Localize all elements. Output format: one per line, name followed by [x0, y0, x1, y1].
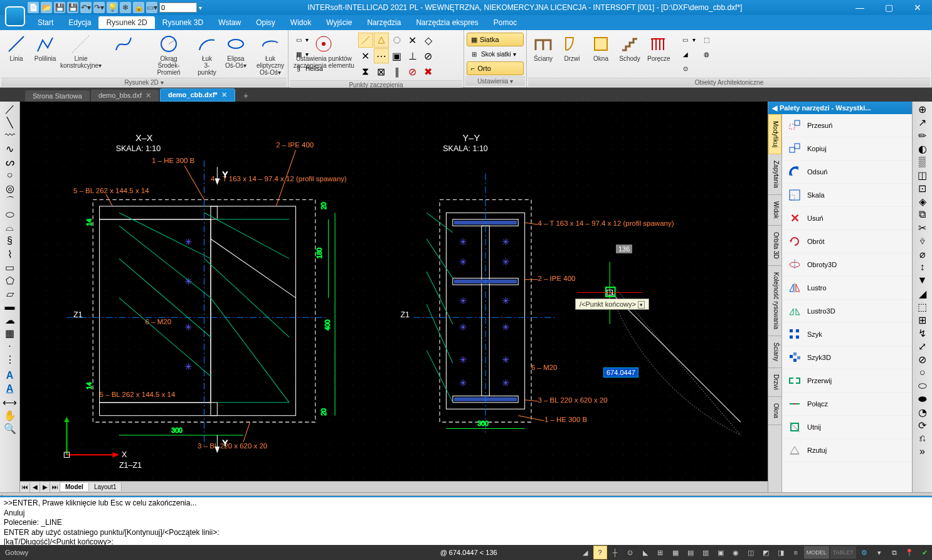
layout-last-button[interactable]: ⏭ — [50, 482, 60, 492]
ltool-hatch-icon[interactable]: ▦ — [2, 327, 18, 339]
layout-first-button[interactable]: ⏮ — [20, 482, 30, 492]
rtool-chevron[interactable]: » — [914, 445, 931, 458]
ribbon-okna-button[interactable]: Okna — [587, 33, 615, 77]
menu-edycja[interactable]: Edycja — [61, 16, 98, 29]
ltool-earc-icon[interactable]: ⌓ — [2, 221, 18, 234]
menu-narzedzia-ekspres[interactable]: Narzędzia ekspres — [408, 16, 485, 29]
ltool-poly-icon[interactable]: ⬠ — [2, 274, 18, 287]
rtool-5[interactable]: ▒ — [914, 156, 931, 168]
snap-par-button[interactable]: ∥ — [389, 64, 405, 79]
ltool-circle-icon[interactable]: ○ — [2, 169, 18, 181]
rtool-21[interactable]: ○ — [914, 366, 931, 379]
rtool-12[interactable]: ⌀ — [914, 248, 931, 260]
rtool-26[interactable]: ⎌ — [914, 432, 931, 445]
snap-app-button[interactable]: ⊠ — [374, 64, 389, 79]
snap-ext-button[interactable]: ⋯ — [374, 48, 389, 63]
status-osnap-btn[interactable]: ◣ — [638, 546, 652, 559]
tool-polacz[interactable]: Połącz — [782, 393, 912, 416]
qat-open-icon[interactable]: 📂 — [41, 2, 52, 13]
qat-undo-icon[interactable]: ↶▾ — [80, 2, 92, 13]
snap-mid-button[interactable] — [374, 33, 389, 48]
menu-widok[interactable]: Widok — [283, 16, 319, 29]
rtool-18[interactable]: ↯ — [914, 327, 931, 339]
vtab-zapytania[interactable]: Zapytania — [768, 154, 781, 195]
ltool-point-icon[interactable]: · — [2, 340, 18, 352]
vtab-kolejnosc[interactable]: Kolejność rysowania — [768, 266, 781, 336]
vtab-orbita[interactable]: Orbita 3D — [768, 226, 781, 266]
status-grid-btn[interactable]: ? — [593, 546, 607, 559]
app-icon[interactable] — [5, 6, 25, 26]
layout-prev-button[interactable]: ◀ — [30, 482, 40, 492]
menu-wyjscie[interactable]: Wyjście — [319, 16, 359, 29]
ltool-mtext-icon[interactable]: A — [2, 383, 18, 395]
ltool-pline-icon[interactable]: 〰 — [2, 129, 18, 142]
status-snap-btn[interactable]: ◢ — [578, 546, 592, 559]
ribbon-drzwi-button[interactable]: Drzwi — [558, 33, 586, 77]
status-pin-btn[interactable]: 📍 — [903, 546, 916, 559]
ribbon-sec1-button[interactable]: ▭▾ — [678, 33, 698, 46]
rtool-4[interactable]: ◐ — [914, 142, 931, 155]
ltool-helix-icon[interactable]: § — [2, 235, 18, 247]
add-tab-button[interactable]: ＋ — [236, 90, 255, 102]
qat-lock-icon[interactable]: 🔒 — [133, 2, 144, 13]
ltool-zoom-icon[interactable]: 🔍 — [2, 422, 18, 435]
window-close-button[interactable]: ✕ — [903, 0, 932, 15]
snap-cen-button[interactable] — [389, 33, 405, 48]
ltool-arc-icon[interactable]: ⌒ — [2, 195, 18, 208]
ribbon-linie-konstr-button[interactable]: Linie konstrukcyjne▾ — [60, 33, 102, 77]
tool-kopiuj[interactable]: Kopiuj — [782, 137, 912, 161]
rtool-24[interactable]: ◔ — [914, 406, 931, 418]
status-lines-btn[interactable]: ≡ — [789, 546, 803, 559]
menu-wstaw[interactable]: Wstaw — [211, 16, 248, 29]
qat-bulb-icon[interactable]: 💡 — [107, 2, 118, 13]
tool-obroty3d[interactable]: Obroty3D — [782, 253, 912, 277]
status-menu-btn[interactable]: ▾ — [872, 546, 886, 559]
ribbon-sec4-button[interactable]: ⬚ — [699, 33, 714, 46]
rtool-22[interactable]: ⬭ — [914, 379, 931, 392]
status-lwt-btn[interactable]: ▦ — [669, 546, 682, 559]
rtool-25[interactable]: ⟳ — [914, 419, 931, 431]
ltool-divide-icon[interactable]: ⋮ — [2, 353, 18, 366]
ribbon-orto-button[interactable]: ⌐Orto — [467, 61, 524, 75]
ribbon-sec3-button[interactable]: ⊙ — [678, 61, 698, 75]
tool-szyk3d[interactable]: Szyk3D — [782, 346, 912, 369]
dim-distance-input[interactable]: 674.0447 — [603, 367, 638, 378]
ribbon-sec5-button[interactable]: ◍ — [699, 47, 714, 61]
qat-freeze-icon[interactable]: ❄ — [120, 2, 131, 13]
ribbon-luk-elipt-button[interactable]: Łuk eliptyczny Oś-Oś▾ — [251, 33, 290, 77]
layout-tab-model[interactable]: Model — [60, 483, 89, 491]
rtool-20[interactable]: ⊘ — [914, 353, 931, 366]
ribbon-polilinia-button[interactable]: Polilinia — [31, 33, 59, 77]
ribbon-schody-button[interactable]: Schody — [616, 33, 643, 77]
status-polar-btn[interactable]: ⊙ — [623, 546, 637, 559]
tool-obrot[interactable]: Obrót — [782, 230, 912, 253]
tool-utnij[interactable]: Utnij — [782, 416, 912, 439]
vtab-okna[interactable]: Okna — [768, 397, 781, 425]
ltool-text-icon[interactable]: A — [2, 369, 18, 382]
ltool-ellipse-icon[interactable]: ⬭ — [2, 208, 18, 221]
qat-rect-icon[interactable]: ▭▾ — [146, 2, 157, 13]
snap-int-button[interactable]: ✕ — [358, 48, 373, 63]
tool-przesun[interactable]: Przesuń — [782, 114, 912, 137]
ltool-line-icon[interactable]: ／ — [2, 103, 18, 115]
snap-node-button[interactable]: ✕ — [405, 33, 420, 48]
rtool-15[interactable]: ◢ — [914, 287, 931, 300]
rtool-23[interactable]: ⬬ — [914, 393, 931, 405]
ribbon-okrag-button[interactable]: Okrąg Środek-Promień — [146, 33, 192, 77]
doc-tab-bbs[interactable]: demo_bbs.dxf✕ — [91, 90, 159, 102]
rtool-14[interactable]: ▼ — [914, 274, 931, 287]
rtool-19[interactable]: ⤢ — [914, 340, 931, 352]
qat-search-input[interactable] — [159, 3, 197, 13]
ltool-coil-icon[interactable]: ⌇ — [2, 248, 18, 260]
vtab-drzwi[interactable]: Drzwi — [768, 368, 781, 397]
vtab-sciany[interactable]: Ściany — [768, 336, 781, 368]
status-ws-btn[interactable]: ◫ — [744, 546, 758, 559]
snap-perp-button[interactable]: ⊥ — [405, 48, 420, 63]
rtool-11[interactable]: ⎀ — [914, 235, 931, 247]
snap-tan-button[interactable]: ⊘ — [421, 48, 436, 63]
status-coords[interactable]: @ 674.0447 < 136 — [435, 549, 502, 556]
ribbon-elipsa-button[interactable]: Elipsa Oś-Oś▾ — [222, 33, 250, 77]
layout-tab-layout1[interactable]: Layout1 — [89, 483, 122, 491]
menu-pomoc[interactable]: Pomoc — [486, 16, 524, 29]
snap-clear-button[interactable]: ✖ — [421, 64, 436, 79]
